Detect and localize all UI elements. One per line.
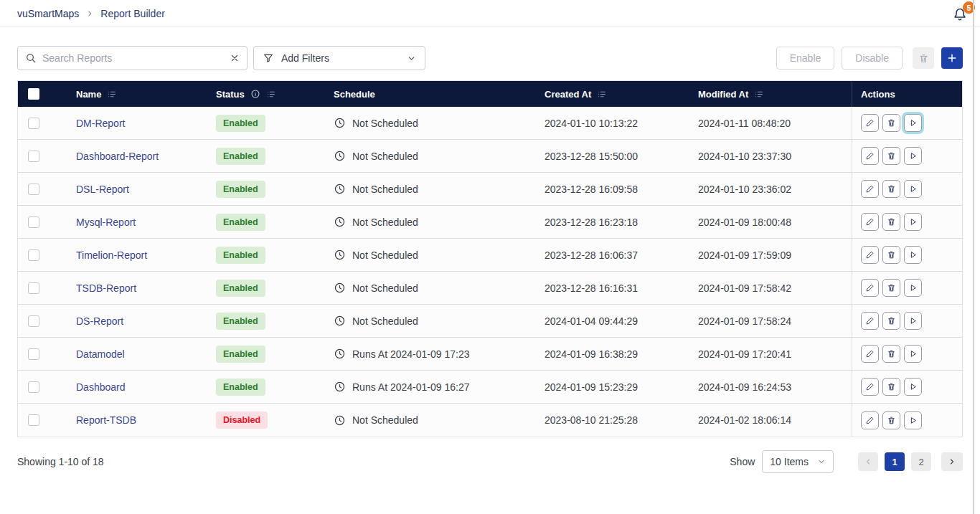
edit-button[interactable] [861,279,879,297]
table-row: DSL-Report Enabled Not Scheduled 2023-12… [18,173,962,206]
list-filter-icon[interactable] [597,90,607,99]
clock-icon [334,183,346,195]
delete-button[interactable] [882,213,900,231]
edit-button[interactable] [861,246,879,264]
play-icon [908,118,918,128]
bulk-delete-button[interactable] [913,47,934,69]
row-checkbox[interactable] [28,348,39,360]
play-icon [908,283,918,292]
report-name-link[interactable]: Mysql-Report [76,216,136,228]
add-filters-dropdown[interactable]: Add Filters [253,46,425,70]
page-button-1[interactable]: 1 [885,452,905,471]
search-input[interactable] [42,52,224,64]
created-at-text: 2024-01-04 09:44:29 [545,315,638,327]
run-button[interactable] [904,180,922,198]
delete-button[interactable] [882,279,900,297]
table-footer: Showing 1-10 of 18 Show 10 Items 1 2 [0,450,980,473]
edit-button[interactable] [861,213,879,231]
delete-button[interactable] [882,147,900,165]
list-filter-icon[interactable] [754,90,764,99]
edit-button[interactable] [861,180,879,198]
schedule-text: Not Scheduled [352,151,418,162]
row-checkbox[interactable] [28,414,39,426]
info-icon[interactable] [250,89,260,99]
edit-button[interactable] [861,345,879,363]
schedule-text: Not Scheduled [352,118,418,129]
edit-button[interactable] [861,378,879,396]
toolbar: Add Filters Enable Disable [0,46,980,70]
report-name-link[interactable]: Dashboard [76,381,126,393]
edit-button[interactable] [861,147,879,165]
delete-button[interactable] [882,411,900,429]
run-button[interactable] [904,378,922,396]
page-button-2[interactable]: 2 [911,452,931,471]
schedule-text: Not Scheduled [352,184,418,195]
schedule-text: Not Scheduled [352,216,418,228]
row-checkbox[interactable] [28,151,39,162]
run-button[interactable] [904,147,922,165]
row-checkbox[interactable] [28,282,39,294]
run-button[interactable] [904,411,922,429]
clock-icon [334,315,346,327]
report-name-link[interactable]: Timelion-Report [76,249,147,261]
chevron-right-icon [948,457,956,466]
delete-button[interactable] [882,312,900,330]
row-checkbox[interactable] [28,118,39,129]
report-name-link[interactable]: Report-TSDB [76,414,136,426]
disable-button[interactable]: Disable [842,47,903,70]
status-badge: Enabled [216,181,265,198]
run-button[interactable] [904,213,922,231]
prev-page-button[interactable] [858,452,878,471]
delete-button[interactable] [882,180,900,198]
run-button[interactable] [904,114,922,132]
report-name-link[interactable]: DM-Report [76,118,125,129]
report-name-link[interactable]: DSL-Report [76,184,129,195]
report-name-link[interactable]: DS-Report [76,315,123,327]
trash-icon [887,250,896,260]
trash-icon [918,53,929,64]
clear-search-icon[interactable] [230,53,240,63]
list-filter-icon[interactable] [107,90,117,99]
row-checkbox[interactable] [28,315,39,327]
edit-button[interactable] [861,312,879,330]
trash-icon [887,316,896,325]
play-icon [908,416,918,425]
trash-icon [887,217,896,227]
modified-at-text: 2024-01-09 16:24:53 [698,381,791,393]
table-body: DM-Report Enabled Not Scheduled 2024-01-… [18,107,962,437]
row-checkbox[interactable] [28,184,39,195]
delete-button[interactable] [882,378,900,396]
delete-button[interactable] [882,114,900,132]
delete-button[interactable] [882,345,900,363]
select-all-checkbox[interactable] [28,88,39,100]
edit-button[interactable] [861,411,879,429]
clock-icon [334,249,346,261]
edit-button[interactable] [861,114,879,132]
run-button[interactable] [904,279,922,297]
next-page-button[interactable] [941,452,963,471]
delete-button[interactable] [882,246,900,264]
report-name-link[interactable]: Dashboard-Report [76,151,159,162]
pencil-icon [865,349,875,358]
table-row: Timelion-Report Enabled Not Scheduled 20… [18,239,962,272]
table-row: Dashboard Enabled Runs At 2024-01-09 16:… [18,371,962,404]
breadcrumb: vuSmartMaps Report Builder [0,0,980,27]
add-report-button[interactable] [941,47,963,69]
run-button[interactable] [904,312,922,330]
run-button[interactable] [904,345,922,363]
list-filter-icon[interactable] [266,90,276,99]
run-button[interactable] [904,246,922,264]
notifications-bell[interactable]: 5 [951,5,970,24]
row-checkbox[interactable] [28,216,39,228]
page-size-select[interactable]: 10 Items [762,450,834,473]
created-at-text: 2023-12-28 15:50:00 [545,151,638,162]
row-checkbox[interactable] [28,381,39,393]
report-name-link[interactable]: TSDB-Report [76,282,136,294]
vertical-scrollbar[interactable] [973,0,974,514]
row-checkbox[interactable] [28,249,39,261]
trash-icon [887,349,896,358]
breadcrumb-app[interactable]: vuSmartMaps [17,8,79,19]
enable-button[interactable]: Enable [776,47,835,70]
play-icon [908,250,918,260]
report-name-link[interactable]: Datamodel [76,348,125,360]
